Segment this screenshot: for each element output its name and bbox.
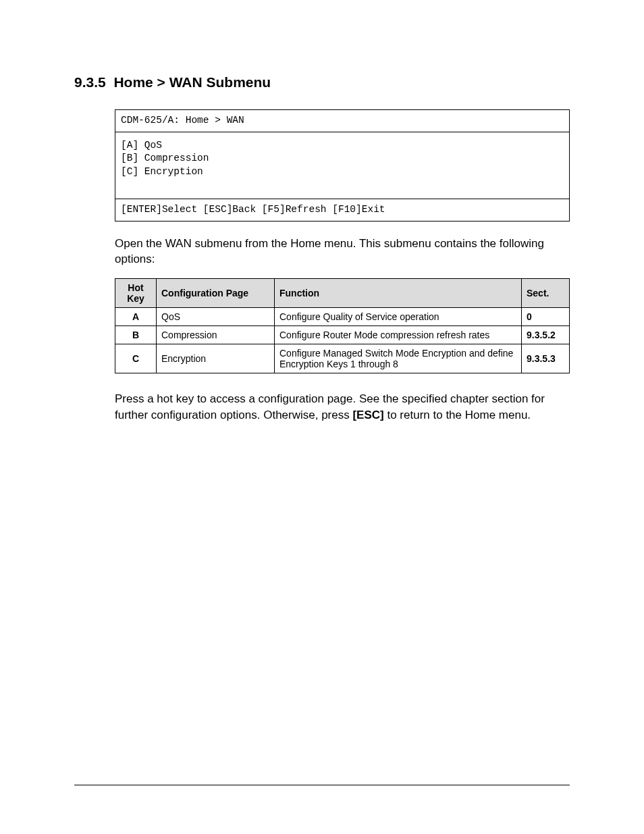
cell-hotkey: A: [115, 307, 157, 325]
section-heading: 9.3.5 Home > WAN Submenu: [74, 74, 570, 90]
terminal-title: CDM-625/A: Home > WAN: [115, 110, 569, 132]
outro-paragraph: Press a hot key to access a configuratio…: [115, 391, 570, 423]
page-footer-rule: [74, 785, 570, 785]
terminal-line: [A] QoS: [121, 139, 564, 153]
cell-config: QoS: [157, 307, 275, 325]
cell-sect: 0: [522, 307, 570, 325]
cell-hotkey: B: [115, 325, 157, 344]
terminal-line: [B] Compression: [121, 152, 564, 165]
table-header-row: HotKey Configuration Page Function Sect.: [115, 278, 570, 307]
outro-esc: [ESC]: [352, 409, 383, 421]
cell-sect: 9.3.5.3: [522, 344, 570, 373]
th-hotkey: HotKey: [115, 278, 157, 307]
table-row: B Compression Configure Router Mode comp…: [115, 325, 570, 344]
th-config: Configuration Page: [157, 278, 275, 307]
cell-config: Encryption: [157, 344, 275, 373]
table-row: C Encryption Configure Managed Switch Mo…: [115, 344, 570, 373]
cell-hotkey: C: [115, 344, 157, 373]
terminal-body: [A] QoS [B] Compression [C] Encryption: [115, 132, 569, 200]
heading-number: 9.3.5: [74, 74, 106, 90]
th-function: Function: [275, 278, 522, 307]
cell-function: Configure Quality of Service operation: [275, 307, 522, 325]
cell-config: Compression: [157, 325, 275, 344]
heading-title: Home > WAN Submenu: [113, 74, 271, 90]
terminal-footer: [ENTER]Select [ESC]Back [F5]Refresh [F10…: [115, 199, 569, 221]
table-row: A QoS Configure Quality of Service opera…: [115, 307, 570, 325]
terminal-screenshot: CDM-625/A: Home > WAN [A] QoS [B] Compre…: [115, 109, 570, 221]
terminal-line: [C] Encryption: [121, 165, 564, 179]
cell-sect: 9.3.5.2: [522, 325, 570, 344]
outro-text-2: to return to the Home menu.: [384, 409, 531, 421]
cell-function: Configure Managed Switch Mode Encryption…: [275, 344, 522, 373]
intro-paragraph: Open the WAN submenu from the Home menu.…: [115, 236, 570, 267]
cell-function: Configure Router Mode compression refres…: [275, 325, 522, 344]
options-table: HotKey Configuration Page Function Sect.…: [115, 278, 570, 373]
th-sect: Sect.: [522, 278, 570, 307]
